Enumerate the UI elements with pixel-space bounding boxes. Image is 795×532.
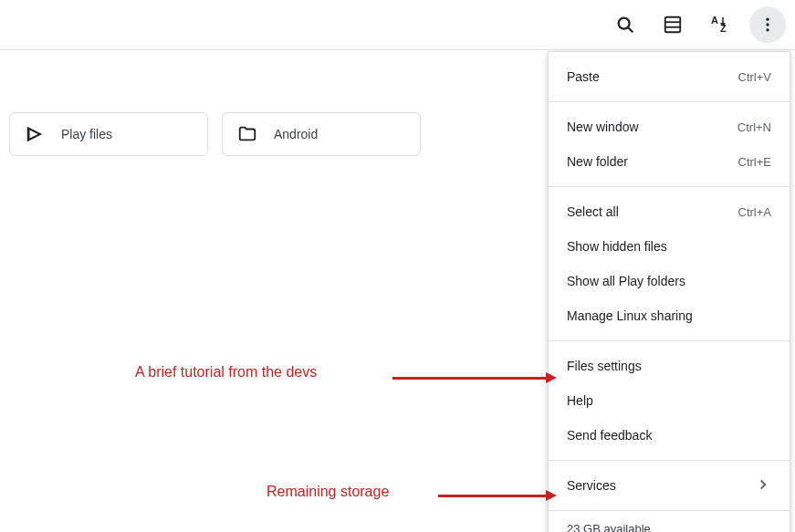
annotation-tutorial: A brief tutorial from the devs bbox=[135, 364, 317, 381]
svg-point-0 bbox=[619, 18, 630, 29]
folder-label: Android bbox=[274, 127, 318, 141]
svg-rect-2 bbox=[665, 17, 681, 33]
menu-shortcut: Ctrl+V bbox=[738, 70, 771, 84]
menu-label: Send feedback bbox=[567, 428, 652, 443]
menu-label: Show all Play folders bbox=[567, 274, 685, 288]
view-toggle-button[interactable] bbox=[654, 6, 691, 43]
search-button[interactable] bbox=[607, 6, 643, 43]
sort-az-icon: AZ bbox=[709, 14, 731, 36]
svg-line-1 bbox=[628, 27, 633, 32]
annotation-storage: Remaining storage bbox=[267, 484, 389, 500]
more-options-menu: Paste Ctrl+V New window Ctrl+N New folde… bbox=[548, 51, 790, 532]
menu-item-files-settings[interactable]: Files settings bbox=[549, 349, 790, 383]
menu-label: Files settings bbox=[567, 359, 642, 373]
menu-shortcut: Ctrl+E bbox=[738, 155, 771, 169]
menu-item-show-play-folders[interactable]: Show all Play folders bbox=[549, 264, 790, 298]
menu-label: Paste bbox=[567, 69, 600, 84]
svg-point-11 bbox=[766, 28, 769, 31]
menu-item-new-window[interactable]: New window Ctrl+N bbox=[549, 110, 790, 144]
svg-point-10 bbox=[766, 23, 769, 26]
menu-label: Select all bbox=[567, 204, 619, 219]
menu-item-paste[interactable]: Paste Ctrl+V bbox=[549, 59, 790, 94]
folder-play-files[interactable]: Play files bbox=[9, 112, 208, 156]
search-icon bbox=[615, 15, 635, 35]
chevron-right-icon bbox=[755, 476, 771, 495]
menu-label: Show hidden files bbox=[567, 239, 667, 254]
svg-point-9 bbox=[766, 18, 769, 21]
annotation-arrow-head bbox=[546, 372, 557, 383]
menu-item-select-all[interactable]: Select all Ctrl+A bbox=[549, 194, 790, 229]
toolbar: AZ bbox=[0, 0, 795, 50]
menu-shortcut: Ctrl+A bbox=[738, 205, 771, 219]
folder-label: Play files bbox=[61, 127, 112, 141]
menu-item-send-feedback[interactable]: Send feedback bbox=[549, 418, 790, 453]
menu-item-help[interactable]: Help bbox=[549, 383, 790, 418]
annotation-arrow bbox=[438, 495, 548, 497]
sort-button[interactable]: AZ bbox=[702, 6, 738, 43]
menu-label: New folder bbox=[567, 154, 628, 169]
menu-item-services[interactable]: Services bbox=[549, 468, 790, 503]
annotation-arrow bbox=[392, 377, 548, 380]
annotation-arrow-head bbox=[546, 490, 557, 501]
menu-item-show-hidden[interactable]: Show hidden files bbox=[549, 229, 790, 264]
menu-shortcut: Ctrl+N bbox=[737, 120, 771, 134]
list-view-icon bbox=[663, 15, 683, 35]
folder-android[interactable]: Android bbox=[222, 112, 421, 156]
menu-item-linux-sharing[interactable]: Manage Linux sharing bbox=[549, 298, 790, 333]
more-options-button[interactable] bbox=[749, 6, 786, 43]
menu-label: Help bbox=[567, 393, 593, 408]
folder-icon bbox=[237, 124, 257, 144]
storage-available-text: 23 GB available bbox=[567, 522, 771, 532]
menu-label: New window bbox=[567, 120, 639, 134]
storage-section: 23 GB available bbox=[549, 511, 790, 532]
menu-label: Manage Linux sharing bbox=[567, 308, 693, 323]
more-vertical-icon bbox=[758, 16, 777, 34]
menu-label: Services bbox=[567, 478, 616, 493]
svg-text:A: A bbox=[711, 15, 718, 26]
play-files-icon bbox=[25, 124, 45, 144]
menu-item-new-folder[interactable]: New folder Ctrl+E bbox=[549, 144, 790, 179]
